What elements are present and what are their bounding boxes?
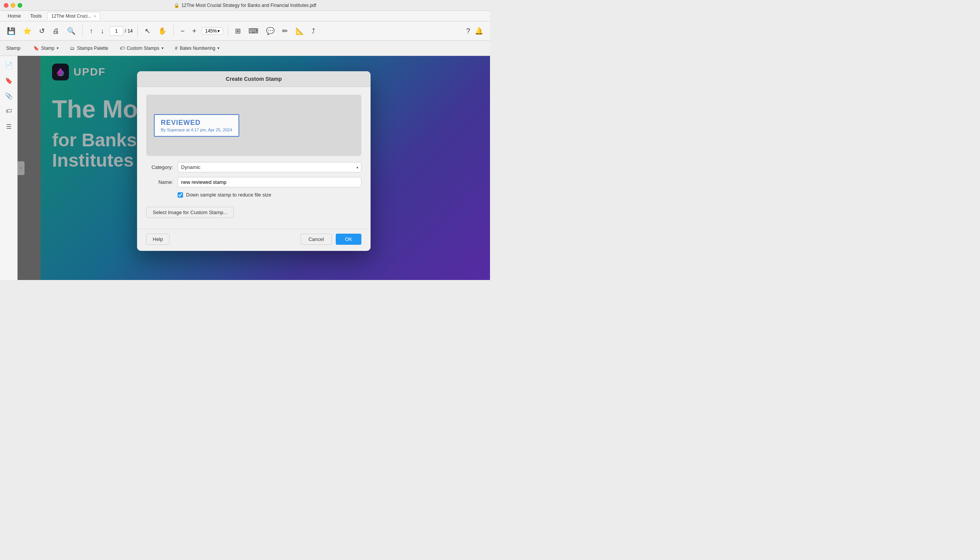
modal-overlay: Create Custom Stamp REVIEWED By Superace… <box>18 56 490 280</box>
back-icon: ↺ <box>39 28 45 35</box>
name-label: Name: <box>146 179 173 185</box>
edit-button[interactable]: ✏ <box>280 26 290 36</box>
zoom-out-icon: − <box>181 28 185 35</box>
footer-actions: Cancel OK <box>301 233 361 245</box>
close-button[interactable] <box>4 3 8 8</box>
separator-4 <box>228 25 228 37</box>
back-button[interactable]: ↺ <box>37 26 47 36</box>
comment-button[interactable]: 💬 <box>264 26 277 36</box>
window-controls <box>4 3 22 8</box>
cancel-button[interactable]: Cancel <box>301 233 332 245</box>
separator-2 <box>138 25 138 37</box>
maximize-button[interactable] <box>18 3 22 8</box>
crop-icon: ⊞ <box>235 28 241 35</box>
keyboard-button[interactable]: ⌨ <box>246 26 261 36</box>
downsample-label[interactable]: Down sample stamp to reduce file size <box>186 192 271 198</box>
create-custom-stamp-dialog: Create Custom Stamp REVIEWED By Superace… <box>137 71 370 251</box>
sidebar-pages-icon[interactable]: 📄 <box>3 59 15 71</box>
bates-numbering-button[interactable]: # Bates Numbering ▾ <box>170 44 224 53</box>
home-menu[interactable]: Home <box>4 12 25 20</box>
sidebar-attachments-icon[interactable]: 📎 <box>3 90 15 102</box>
dialog-title-bar: Create Custom Stamp <box>137 71 370 87</box>
name-input[interactable] <box>178 177 361 187</box>
stamp-preview-title: REVIEWED <box>161 119 233 127</box>
stamp-preview-area: REVIEWED By Superace at 4:17 pm, Apr 25,… <box>146 95 361 156</box>
total-pages: 14 <box>128 28 133 34</box>
dialog-footer: Help Cancel OK <box>137 229 370 251</box>
checkbox-row: Down sample stamp to reduce file size <box>178 192 361 198</box>
down-arrow-icon: ↓ <box>101 28 104 35</box>
help-button[interactable]: Help <box>146 233 169 245</box>
tab-label: 12The Most Cruci... <box>51 13 91 19</box>
dialog-title: Create Custom Stamp <box>226 76 282 82</box>
custom-stamps-icon: 🏷 <box>120 46 125 51</box>
stamp-toolbar-label: Stamp <box>6 45 21 51</box>
next-page-button[interactable]: ↓ <box>98 26 106 36</box>
crop-button[interactable]: ⊞ <box>233 26 243 36</box>
bookmark-icon: ⭐ <box>23 28 32 35</box>
left-sidebar: 📄 🔖 📎 🏷 ☰ <box>0 56 18 280</box>
custom-stamps-arrow-icon: ▾ <box>161 46 163 50</box>
main-toolbar: 💾 ⭐ ↺ 🖨 🔍 ↑ ↓ 1 / 14 ↖ ✋ − + 145% ▾ ⊞ <box>0 22 490 41</box>
zoom-level[interactable]: 145% ▾ <box>202 27 224 35</box>
sidebar-bookmarks-icon[interactable]: 🔖 <box>3 74 15 87</box>
page-separator: / <box>125 28 126 34</box>
separator-3 <box>173 25 174 37</box>
active-tab[interactable]: 12The Most Cruci... × <box>47 12 100 20</box>
stamp-icon: 🔖 <box>33 46 39 51</box>
bates-numbering-icon: # <box>175 46 178 51</box>
ok-button[interactable]: OK <box>336 233 361 245</box>
hand-tool-button[interactable]: ✋ <box>156 26 169 36</box>
measure-icon: 📐 <box>296 28 304 35</box>
help-icon: ? <box>466 28 470 35</box>
category-select-wrapper: Dynamic Standard Business Sign Here Cust… <box>178 162 361 172</box>
window-title: 🔒 12The Most Crucial Strategy for Banks … <box>174 3 316 8</box>
name-row: Name: <box>146 177 361 187</box>
zoom-in-button[interactable]: + <box>190 26 199 36</box>
dialog-body: REVIEWED By Superace at 4:17 pm, Apr 25,… <box>137 87 370 226</box>
share-button[interactable]: ⤴ <box>309 26 317 36</box>
downsample-checkbox[interactable] <box>178 192 183 198</box>
share-icon: ⤴ <box>312 28 315 35</box>
tools-menu[interactable]: Tools <box>27 12 46 20</box>
prev-page-button[interactable]: ↑ <box>87 26 95 36</box>
hand-icon: ✋ <box>158 28 166 35</box>
cursor-tool-button[interactable]: ↖ <box>143 26 153 36</box>
stamps-palette-button[interactable]: 🗂 Stamps Palette <box>65 44 113 53</box>
print-icon: 🖨 <box>52 28 59 35</box>
keyboard-icon: ⌨ <box>248 28 258 35</box>
help-button[interactable]: ? <box>464 26 472 36</box>
stamp-button[interactable]: 🔖 Stamp ▾ <box>28 44 64 53</box>
stamps-palette-icon: 🗂 <box>70 46 75 51</box>
save-icon: 💾 <box>7 28 15 35</box>
sidebar-annotations-icon[interactable]: 🏷 <box>3 105 15 117</box>
measure-button[interactable]: 📐 <box>293 26 306 36</box>
page-input[interactable]: 1 <box>110 27 123 36</box>
separator-1 <box>82 25 83 37</box>
edit-icon: ✏ <box>282 28 288 35</box>
tab-close-button[interactable]: × <box>94 14 96 18</box>
save-button[interactable]: 💾 <box>5 26 18 36</box>
minimize-button[interactable] <box>11 3 15 8</box>
search-button[interactable]: 🔍 <box>65 26 78 36</box>
notification-button[interactable]: 🔔 <box>472 26 485 36</box>
search-icon: 🔍 <box>67 28 75 35</box>
print-button[interactable]: 🖨 <box>50 26 61 36</box>
select-image-button[interactable]: Select Image for Custom Stamp... <box>146 207 234 218</box>
bookmark-button[interactable]: ⭐ <box>21 26 34 36</box>
menu-bar: Home Tools 12The Most Cruci... × <box>0 11 490 22</box>
category-select[interactable]: Dynamic Standard Business Sign Here Cust… <box>178 162 361 172</box>
title-icon: 🔒 <box>174 3 179 8</box>
up-arrow-icon: ↑ <box>90 28 93 35</box>
dialog-form: Category: Dynamic Standard Business Sign… <box>146 162 361 198</box>
page-navigation: 1 / 14 <box>110 27 133 36</box>
stamp-toolbar: Stamp 🔖 Stamp ▾ 🗂 Stamps Palette 🏷 Custo… <box>0 41 490 56</box>
zoom-out-button[interactable]: − <box>178 26 187 36</box>
comment-icon: 💬 <box>266 28 274 35</box>
sidebar-layers-icon[interactable]: ☰ <box>3 120 15 133</box>
stamp-preview-subtitle: By Superace at 4:17 pm, Apr 25, 2024 <box>161 128 233 132</box>
zoom-arrow-icon: ▾ <box>218 28 220 34</box>
stamp-arrow-icon: ▾ <box>56 46 58 50</box>
custom-stamps-button[interactable]: 🏷 Custom Stamps ▾ <box>115 44 168 53</box>
title-bar: 🔒 12The Most Crucial Strategy for Banks … <box>0 0 490 11</box>
